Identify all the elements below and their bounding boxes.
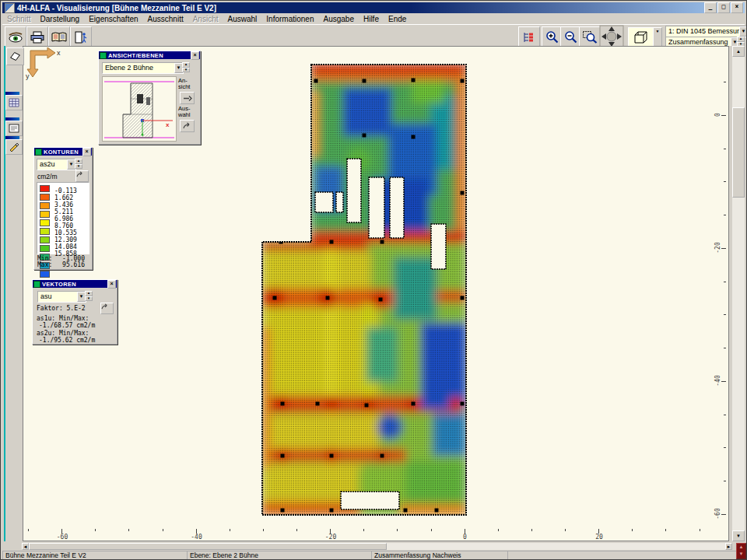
mini-close-icon[interactable] [19, 117, 23, 121]
ruler-tick [397, 529, 398, 531]
minimized-panel-info[interactable] [5, 117, 23, 136]
as2u-value: -1./95.62 cm2/m [39, 337, 95, 344]
legend-value: -0.113 [54, 187, 77, 194]
menu-ansicht[interactable]: Ansicht [188, 15, 223, 23]
pan-arrows-icon [599, 25, 624, 48]
redo-arrow-icon [101, 303, 110, 310]
vektor-quantity-value: asu [40, 292, 77, 302]
close-icon[interactable]: × [191, 51, 199, 60]
menu-schnitt[interactable]: Schnitt [2, 15, 36, 23]
pan-control[interactable] [599, 25, 624, 48]
ruler-tick [163, 529, 163, 531]
ruler-tick [724, 415, 726, 415]
legend-value: 10.535 [54, 229, 77, 236]
slab-opening [431, 224, 446, 269]
vektor-apply-button[interactable] [100, 303, 114, 314]
max-value: 95.616 [62, 261, 85, 268]
exit-button[interactable] [70, 26, 92, 47]
menu-darstellung[interactable]: Darstellung [36, 15, 85, 23]
menu-ausschnitt[interactable]: Ausschnitt [143, 15, 188, 23]
fem-contour-plot[interactable] [258, 60, 471, 520]
close-icon[interactable]: × [82, 148, 91, 156]
scroll-right-icon[interactable]: ► [725, 543, 732, 550]
horizontal-scroll-thumb[interactable] [29, 543, 387, 550]
ruler-tick [632, 529, 633, 531]
close-icon[interactable]: × [107, 280, 116, 289]
plan-minimap[interactable] [102, 76, 177, 142]
scroll-up-icon[interactable]: ▲ [732, 46, 745, 57]
menu-hilfe[interactable]: Hilfe [359, 15, 384, 23]
view-3d-dropdown[interactable]: ▼ [653, 27, 662, 47]
panel-title-bar[interactable]: VEKTOREN × [33, 280, 117, 288]
selection-apply-button[interactable] [180, 120, 195, 132]
zoom-out-icon [563, 30, 579, 44]
slab-opening [390, 177, 404, 238]
origin-x-label: x [57, 49, 61, 57]
maximize-button[interactable]: □ [717, 2, 730, 13]
level-spinner[interactable]: ▲▼ [182, 62, 190, 72]
resize-grip[interactable]: ▲▼ [736, 543, 746, 559]
redo-arrow-icon [183, 122, 192, 130]
legend-values: -0.1131.6623.4365.2116.9868.76010.53512.… [37, 183, 89, 254]
box-3d-icon [632, 30, 651, 44]
view-eye-button[interactable] [5, 26, 26, 47]
menu-ausgabe[interactable]: Ausgabe [318, 15, 358, 23]
scroll-down-icon[interactable]: ▼ [732, 530, 745, 541]
minimize-button[interactable]: _ [704, 2, 717, 13]
panel-title-bar[interactable]: KONTUREN × [34, 148, 92, 156]
menu-informationen[interactable]: Informationen [261, 15, 318, 23]
menu-auswahl[interactable]: Auswahl [223, 15, 262, 23]
menu-eigenschaften[interactable]: Eigenschaften [84, 15, 142, 23]
minimized-panel-mesh[interactable] [5, 92, 23, 110]
x-tick-label: -40 [188, 534, 205, 541]
minimized-panel-draw[interactable] [5, 136, 23, 155]
ruler-tick [263, 529, 264, 531]
menu-ende[interactable]: Ende [384, 15, 411, 23]
mesh-grid-icon [9, 98, 19, 107]
horizontal-scrollbar[interactable]: ◄ ► [22, 543, 732, 550]
kontur-quantity-combo[interactable]: as2u ▼ [37, 159, 76, 170]
panel-vektoren[interactable]: VEKTOREN × asu ▼ ▲▼ Faktor: 5.E-2 as1u: … [32, 279, 117, 345]
mini-close-icon[interactable] [19, 136, 23, 139]
chevron-down-icon[interactable]: ▼ [739, 26, 747, 37]
vector-arrows-texture [258, 60, 471, 520]
ruler-tick [724, 348, 726, 348]
panel-title-bar[interactable]: ANSICHT/EBENEN × [99, 51, 200, 59]
design-code-combo[interactable]: 1: DIN 1045 Bemessung ▼ [665, 26, 747, 37]
minimap-x-label: x [166, 121, 169, 128]
level-combo[interactable]: Ebene 2 Bühne ▼ [102, 62, 184, 74]
vektor-quantity-combo[interactable]: asu ▼ [37, 291, 86, 303]
ruler-tick [724, 314, 726, 315]
ruler-tick [724, 82, 726, 82]
x-tick-label: 20 [591, 534, 608, 541]
kontur-spinner[interactable]: ▲▼ [75, 159, 82, 169]
vertical-scroll-thumb[interactable] [732, 107, 745, 198]
design-code-value: 1: DIN 1045 Bemessung [668, 26, 739, 37]
ansicht-label: An- sicht [178, 78, 198, 89]
ruler-tick [95, 529, 96, 531]
vertical-scrollbar[interactable]: ▲ ▼ [732, 46, 745, 541]
kontur-apply-button[interactable] [75, 170, 89, 182]
print-button[interactable] [26, 26, 48, 47]
zoom-window-button[interactable] [579, 26, 601, 47]
as1u-label: as1u: Min/Max: [37, 315, 89, 322]
as2u-label: as2u: Min/Max: [37, 330, 89, 337]
manual-button[interactable] [48, 26, 70, 47]
legend-value: 5.211 [54, 208, 73, 215]
ruler-tick [724, 149, 726, 149]
mini-close-icon[interactable] [19, 92, 23, 95]
plane-select-button[interactable] [6, 47, 24, 65]
close-button[interactable]: × [731, 2, 743, 13]
display-options-button[interactable] [518, 26, 540, 47]
panel-konturen[interactable]: KONTUREN × as2u ▼ ▲▼ cm2/m -0.1131.6623.… [33, 147, 93, 270]
view-apply-button[interactable] [180, 92, 195, 104]
scroll-left-icon[interactable]: ◄ [22, 543, 29, 550]
kontur-quantity-value: as2u [40, 159, 67, 170]
text-window-icon [9, 124, 19, 133]
vektor-spinner[interactable]: ▲▼ [85, 291, 93, 301]
view-3d-button[interactable] [628, 27, 654, 47]
level-value: Ebene 2 Bühne [105, 63, 174, 73]
application-window: 4H-ALFA - Visualisierung [Bühne Mezzanin… [0, 0, 747, 560]
panel-ansicht-ebenen[interactable]: ANSICHT/EBENEN × Ebene 2 Bühne ▼ ▲▼ [98, 51, 201, 145]
x-tick-label: 0 [457, 534, 474, 541]
